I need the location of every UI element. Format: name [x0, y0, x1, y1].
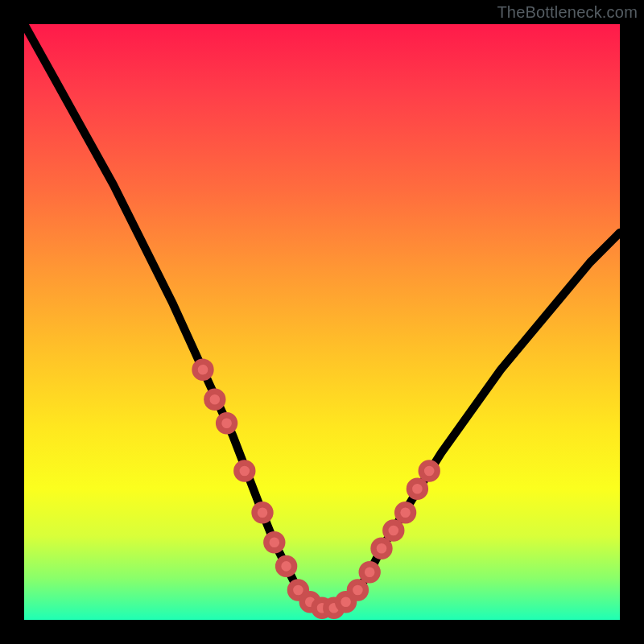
highlight-dot	[421, 463, 437, 479]
highlight-markers	[195, 361, 437, 616]
highlight-dot	[207, 391, 223, 407]
highlight-dot	[219, 415, 235, 431]
highlight-dot	[349, 582, 365, 598]
highlight-dot	[386, 522, 402, 539]
chart-svg	[24, 24, 620, 620]
chart-frame: TheBottleneck.com	[0, 0, 644, 644]
highlight-dot	[398, 505, 414, 521]
highlight-dot	[266, 535, 283, 551]
highlight-dot	[195, 361, 211, 378]
highlight-dot	[279, 558, 295, 574]
highlight-dot	[374, 540, 390, 556]
attribution-text: TheBottleneck.com	[497, 3, 638, 22]
bottleneck-curve	[24, 24, 620, 608]
plot-area	[24, 24, 620, 620]
highlight-dot	[237, 463, 253, 479]
highlight-dot	[409, 481, 425, 497]
highlight-dot	[254, 505, 270, 521]
highlight-dot	[361, 564, 378, 580]
